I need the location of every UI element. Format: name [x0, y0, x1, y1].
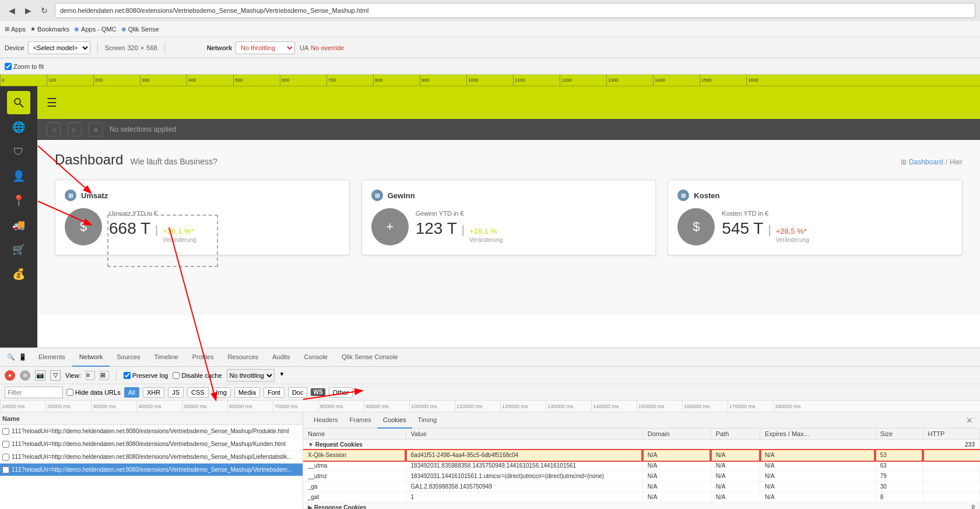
sidebar-shield-icon[interactable]: 🛡 — [7, 140, 30, 163]
bookmark-apps[interactable]: ⊞ Apps — [5, 26, 26, 33]
filter-doc-btn[interactable]: Doc — [288, 387, 308, 398]
tab-resources[interactable]: Resources — [220, 348, 265, 367]
disable-cache-checkbox[interactable] — [173, 372, 180, 379]
table-row-selected[interactable]: 111?reloadUri=http://demo.heldendaten.ne… — [0, 464, 303, 476]
col-http[interactable]: HTTP — [923, 429, 979, 440]
col-expires[interactable]: Expires / Max... — [760, 429, 876, 440]
cookie-row-utma[interactable]: __utma 183492031.835988358.1435750949.14… — [303, 461, 980, 471]
kpi-main-kosten: 545 T | +28,5 %* Veränderung — [722, 219, 809, 244]
col-value[interactable]: Value — [406, 429, 642, 440]
table-row[interactable]: 111?reloadUri=http://demo.heldendaten.ne… — [0, 425, 303, 438]
filter-input[interactable] — [5, 387, 63, 398]
row-checkbox-2[interactable] — [2, 454, 9, 461]
sidebar-truck-icon[interactable]: 🚚 — [7, 213, 30, 237]
device-select[interactable]: <Select model> — [28, 41, 90, 54]
disable-cache-text: Disable cache — [181, 372, 222, 379]
close-cookie-panel-button[interactable]: ✕ — [964, 415, 975, 426]
record-button[interactable]: ● — [5, 370, 15, 381]
sel-forward-icon[interactable]: ▷ — [68, 122, 82, 136]
tab-profiles[interactable]: Profiles — [185, 348, 221, 367]
filter-all-btn[interactable]: All — [124, 387, 139, 398]
sel-clear-icon[interactable]: ⊗ — [89, 122, 103, 136]
bookmark-apps-label: Apps — [11, 26, 26, 33]
tick-30000: 30000 ms — [91, 401, 116, 412]
ruler-1000: 1000 — [466, 75, 479, 86]
bookmark-bookmarks[interactable]: ★ Bookmarks — [30, 26, 69, 33]
filter-icon[interactable]: ▽ — [50, 370, 61, 381]
device-devtools-icon[interactable]: 📱 — [19, 353, 27, 361]
tick-120000: 120000 ms — [500, 401, 528, 412]
back-button[interactable]: ◀ — [5, 3, 19, 17]
tab-frames[interactable]: Frames — [344, 412, 377, 429]
reload-button[interactable]: ↻ — [37, 3, 51, 17]
preserve-log-checkbox[interactable] — [124, 372, 131, 379]
camera-button[interactable]: 📷 — [35, 370, 45, 381]
sidebar-pin-icon[interactable]: 📍 — [7, 189, 30, 212]
cookie-row-utmz[interactable]: __utmz 183492031.14416101561.1:utmcsr=(d… — [303, 471, 980, 482]
row-checkbox-1[interactable] — [2, 441, 9, 448]
row-checkbox-3[interactable] — [2, 466, 9, 473]
tab-qlik-sense-console[interactable]: Qlik Sense Console — [335, 348, 405, 367]
cookie-value-ga: GA1.2.835988358.1435750949 — [406, 482, 642, 492]
sidebar-coin-icon[interactable]: 💰 — [7, 262, 30, 286]
search-devtools-icon[interactable]: 🔍 — [7, 353, 15, 361]
table-row[interactable]: 111?reloadUri=http://demo.heldendaten.ne… — [0, 438, 303, 451]
tab-elements[interactable]: Elements — [31, 348, 72, 367]
ws-badge[interactable]: WS — [311, 388, 325, 396]
address-bar[interactable]: demo.heldendaten.net:8080/extensions/Ver… — [55, 3, 975, 18]
tab-timeline[interactable]: Timeline — [147, 348, 185, 367]
table-row[interactable]: 111?reloadUri=http://demo.heldendaten.ne… — [0, 451, 303, 464]
filter-js-btn[interactable]: JS — [168, 387, 184, 398]
hamburger-icon[interactable]: ☰ — [47, 96, 57, 110]
throttle-dropdown-icon[interactable]: ▼ — [279, 371, 289, 380]
row-checkbox-0[interactable] — [2, 428, 9, 435]
bookmark-apps-qmc[interactable]: ◉ Apps - QMC — [74, 26, 117, 33]
throttle-select[interactable]: No throttling — [236, 41, 295, 54]
bookmark-qlik-sense[interactable]: ◉ Qlik Sense — [121, 26, 159, 33]
clear-button[interactable]: ⊗ — [20, 370, 30, 381]
cookie-row-gat[interactable]: _gat 1 N/A N/A N/A 8 — [303, 492, 980, 503]
sidebar-cart-icon[interactable]: 🛒 — [7, 238, 30, 261]
app-header: ☰ — [37, 86, 980, 119]
ua-section: UA No override — [300, 44, 344, 51]
filter-img-btn[interactable]: Img — [212, 387, 231, 398]
zoom-checkbox[interactable] — [5, 63, 12, 70]
expand-request-cookies-icon[interactable]: ▼ — [308, 441, 314, 448]
bookmarks-bar: ⊞ Apps ★ Bookmarks ◉ Apps - QMC ◉ Qlik S… — [0, 21, 980, 37]
col-domain[interactable]: Domain — [642, 429, 711, 440]
forward-button[interactable]: ▶ — [21, 3, 35, 17]
filter-xhr-btn[interactable]: XHR — [143, 387, 164, 398]
cookie-value-utma: 183492031.835988358.1435750949.144161015… — [406, 461, 642, 471]
grid-view-button[interactable]: ⊞ — [100, 371, 109, 380]
tab-cookies[interactable]: Cookies — [377, 412, 412, 429]
expand-response-cookies-icon[interactable]: ▶ — [308, 504, 312, 509]
kpi-card-kosten[interactable]: ⊞ Kosten $ Kosten YTD in € 545 T — [668, 180, 963, 255]
tab-network[interactable]: Network — [72, 348, 110, 367]
filter-media-btn[interactable]: Media — [234, 387, 260, 398]
hide-data-urls-checkbox[interactable] — [66, 389, 73, 396]
tab-audits[interactable]: Audits — [265, 348, 297, 367]
col-name[interactable]: Name — [303, 429, 406, 440]
throttle-network-select[interactable]: No throttling — [227, 369, 275, 382]
tab-headers[interactable]: Headers — [308, 412, 344, 429]
cookie-row-ga[interactable]: _ga GA1.2.835988358.1435750949 N/A N/A N… — [303, 482, 980, 492]
list-view-button[interactable]: ≡ — [86, 371, 95, 380]
tab-timing[interactable]: Timing — [412, 412, 443, 429]
kpi-card-gewinn[interactable]: ⊞ Gewinn + Gewinn YTD in € 123 T — [361, 180, 656, 255]
tab-console[interactable]: Console — [297, 348, 335, 367]
tab-sources[interactable]: Sources — [110, 348, 147, 367]
sel-back-icon[interactable]: ◁ — [47, 122, 61, 136]
network-devtools-section: Network No throttling — [207, 41, 295, 54]
filter-css-btn[interactable]: CSS — [187, 387, 209, 398]
filter-font-btn[interactable]: Font — [264, 387, 284, 398]
breadcrumb-link[interactable]: Dashboard — [909, 158, 943, 166]
cookie-row-xqlik[interactable]: X-Qlik-Session 6ad41f51-2498-4aa4-95c5-6… — [303, 450, 980, 461]
sidebar-person-icon[interactable]: 👤 — [7, 164, 30, 188]
col-size[interactable]: Size — [875, 429, 923, 440]
col-path[interactable]: Path — [711, 429, 760, 440]
filter-other-btn[interactable]: Other — [329, 387, 353, 398]
separator-2 — [164, 42, 165, 54]
ruler-1400: 1400 — [653, 75, 665, 86]
sidebar-globe-icon[interactable]: 🌐 — [7, 115, 30, 139]
sidebar-search-icon[interactable] — [7, 91, 30, 114]
